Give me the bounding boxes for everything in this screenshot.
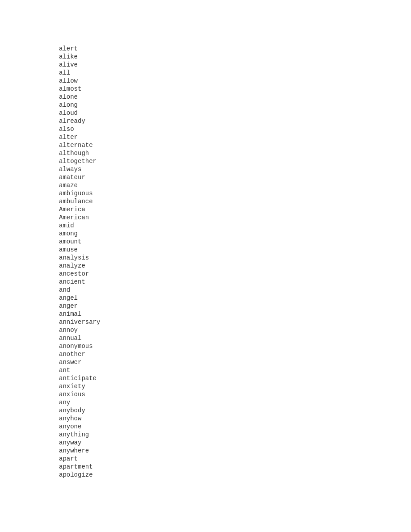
- list-item: ambulance: [59, 197, 411, 205]
- list-item: anxious: [59, 390, 411, 398]
- list-item: anybody: [59, 406, 411, 415]
- list-item: amateur: [59, 173, 411, 181]
- list-item: alone: [59, 93, 411, 101]
- list-item: analyze: [59, 262, 411, 270]
- list-item: annoy: [59, 326, 411, 334]
- list-item: amuse: [59, 246, 411, 254]
- list-item: anniversary: [59, 318, 411, 326]
- list-item: apologize: [59, 471, 411, 479]
- list-item: along: [59, 101, 411, 109]
- list-item: ancestor: [59, 270, 411, 278]
- list-item: American: [59, 214, 411, 222]
- list-item: alert: [59, 45, 411, 53]
- list-item: alike: [59, 53, 411, 61]
- list-item: ant: [59, 366, 411, 374]
- list-item: alter: [59, 133, 411, 141]
- list-item: also: [59, 125, 411, 133]
- list-item: anger: [59, 302, 411, 310]
- list-item: apart: [59, 455, 411, 463]
- list-item: anything: [59, 431, 411, 439]
- list-item: among: [59, 230, 411, 238]
- list-item: anywhere: [59, 447, 411, 455]
- list-item: amount: [59, 238, 411, 246]
- list-item: apartment: [59, 463, 411, 471]
- list-item: anyway: [59, 439, 411, 447]
- list-item: angel: [59, 294, 411, 302]
- list-item: amid: [59, 222, 411, 230]
- list-item: anonymous: [59, 342, 411, 350]
- list-item: any: [59, 398, 411, 406]
- list-item: anyhow: [59, 415, 411, 423]
- list-item: America: [59, 205, 411, 214]
- list-item: aloud: [59, 109, 411, 117]
- list-item: allow: [59, 77, 411, 85]
- list-item: altogether: [59, 157, 411, 165]
- list-item: all: [59, 69, 411, 77]
- list-item: anyone: [59, 423, 411, 431]
- list-item: anxiety: [59, 382, 411, 390]
- list-item: alive: [59, 61, 411, 69]
- list-item: always: [59, 165, 411, 173]
- list-item: another: [59, 350, 411, 358]
- list-item: almost: [59, 85, 411, 93]
- list-item: ancient: [59, 278, 411, 286]
- list-item: annual: [59, 334, 411, 342]
- list-item: alternate: [59, 141, 411, 149]
- list-item: anticipate: [59, 374, 411, 382]
- list-item: analysis: [59, 254, 411, 262]
- list-item: already: [59, 117, 411, 125]
- word-list: alertalikealiveallallowalmostalonealonga…: [0, 0, 411, 479]
- list-item: animal: [59, 310, 411, 318]
- list-item: ambiguous: [59, 189, 411, 197]
- list-item: amaze: [59, 181, 411, 189]
- list-item: although: [59, 149, 411, 157]
- list-item: and: [59, 286, 411, 294]
- list-item: answer: [59, 358, 411, 366]
